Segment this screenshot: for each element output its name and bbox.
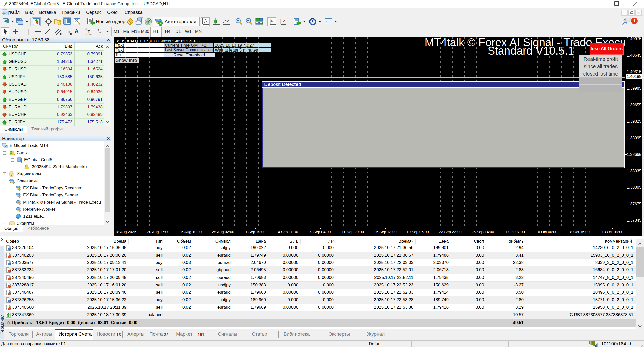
svg-text:F: F <box>70 33 72 36</box>
svg-text:T: T <box>88 30 90 34</box>
svg-text:E: E <box>60 33 62 36</box>
svg-text:1: 1 <box>633 18 636 23</box>
